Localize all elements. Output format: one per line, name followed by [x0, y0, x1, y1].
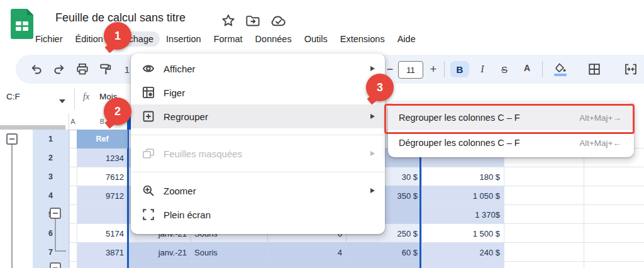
- view-menu-item-regrouper[interactable]: Regrouper: [131, 104, 385, 128]
- row-header-4[interactable]: 4: [33, 186, 69, 206]
- submenu-arrow-icon: [370, 151, 375, 156]
- font-size-increase-button[interactable]: +: [426, 61, 440, 77]
- submenu-item-shortcut: Alt+Maj+←: [579, 138, 621, 148]
- name-box-caret-icon[interactable]: [59, 99, 65, 103]
- move-to-folder-icon[interactable]: [245, 14, 259, 28]
- cell-B1[interactable]: Ref: [77, 130, 128, 148]
- menu-divider: [131, 135, 385, 135]
- menubar-item-aide[interactable]: Aide: [391, 31, 422, 47]
- italic-button[interactable]: I: [474, 61, 491, 77]
- fill-color-icon[interactable]: [551, 61, 570, 77]
- cloud-saved-icon[interactable]: [270, 14, 284, 28]
- menu-item-label: Plein écran: [164, 209, 211, 220]
- menubar-item-insertion[interactable]: Insertion: [160, 31, 208, 47]
- row-group-collapse-button[interactable]: [50, 208, 61, 219]
- hidden-sheets-icon: [142, 147, 155, 160]
- google-sheets-window: Feuille de calcul sans titre FichierÉdit…: [0, 0, 644, 268]
- cell-B6[interactable]: 5174: [77, 224, 128, 243]
- row-group-line: [55, 250, 66, 252]
- view-menu-item-zoomer[interactable]: Zoomer: [131, 179, 385, 203]
- menubar-item-données[interactable]: Données: [249, 31, 298, 47]
- redo-icon[interactable]: [51, 61, 67, 77]
- menu-item-label: Regrouper: [164, 111, 208, 122]
- menu-item-label: Zoomer: [164, 186, 196, 196]
- name-box[interactable]: C:F: [6, 92, 20, 101]
- row-group-line: [11, 145, 13, 268]
- cell-B7[interactable]: 3871: [77, 243, 128, 262]
- annotation-badge-1: 1: [104, 22, 131, 50]
- view-menu-item-plein-cran[interactable]: Plein écran: [131, 203, 385, 226]
- row-group-collapse-button[interactable]: [6, 133, 18, 145]
- cell-B4[interactable]: 9712: [77, 186, 128, 205]
- cell-B2[interactable]: 1234: [77, 148, 128, 167]
- menu-divider: [131, 172, 385, 172]
- menubar-item-format[interactable]: Format: [208, 31, 249, 47]
- cell-G4[interactable]: 1 050 $: [421, 186, 504, 205]
- undo-icon[interactable]: [28, 61, 45, 77]
- submenu-arrow-icon: [370, 188, 375, 193]
- submenu-arrow-icon: [370, 114, 375, 119]
- row-header-2[interactable]: 2: [33, 148, 69, 168]
- callout-rectangle: [384, 104, 635, 134]
- row-header-7[interactable]: 7: [33, 243, 69, 262]
- gridline-v: [69, 113, 70, 268]
- submenu-item-dégrouper[interactable]: Dégrouper les colonnes C – FAlt+Maj+←: [388, 130, 634, 155]
- print-icon[interactable]: [74, 61, 91, 77]
- row-header-3[interactable]: 3: [33, 167, 69, 187]
- cell-G6[interactable]: 1 500 $: [421, 224, 504, 243]
- view-menu-item-afficher[interactable]: Afficher: [131, 57, 385, 81]
- menubar-item-fichier[interactable]: Fichier: [29, 31, 69, 47]
- cell-G7[interactable]: 240 $: [421, 243, 504, 262]
- star-icon[interactable]: [221, 14, 235, 28]
- fullscreen-icon: [142, 208, 155, 221]
- row-header-6[interactable]: 6: [33, 224, 69, 243]
- cell-G3[interactable]: 180 $: [421, 167, 504, 186]
- menu-item-label: Figer: [164, 87, 185, 98]
- row-group-line: [55, 219, 56, 252]
- text-color-button[interactable]: A: [518, 61, 536, 77]
- menu-item-label: Feuilles masquées: [164, 148, 242, 159]
- row-header-1[interactable]: 1: [33, 130, 69, 149]
- menubar-item-extensions[interactable]: Extensions: [334, 31, 391, 47]
- freeze-icon: [142, 86, 155, 99]
- submenu-arrow-icon: [370, 66, 375, 71]
- cell-G8[interactable]: 1 740 $: [421, 262, 504, 268]
- annotation-badge-2: 2: [104, 98, 131, 125]
- cell-B3[interactable]: 7612: [77, 167, 128, 186]
- eye-icon: [142, 62, 155, 75]
- submenu-item-label: Dégrouper les colonnes C – F: [399, 138, 520, 148]
- text-color-label: A: [524, 64, 530, 73]
- paint-format-icon[interactable]: [97, 61, 114, 77]
- cell-D7[interactable]: Souris: [191, 243, 267, 262]
- view-menu: AfficherFigerRegrouperFeuilles masquéesZ…: [131, 53, 385, 234]
- menu-item-label: Afficher: [164, 64, 196, 74]
- menubar: FichierÉditionAffichageInsertionFormatDo…: [29, 30, 422, 48]
- cell-D8[interactable]: Souris Total: [191, 262, 267, 268]
- borders-icon[interactable]: [585, 61, 604, 77]
- view-menu-item-feuilles-masqu-es: Feuilles masquées: [131, 142, 385, 165]
- corner-gray-bar: [0, 125, 65, 130]
- cell-C7[interactable]: janv.-21: [128, 243, 191, 262]
- zoom-in-icon: [142, 184, 155, 197]
- cell-G5[interactable]: 1 370$: [421, 205, 504, 224]
- menubar-item-outils[interactable]: Outils: [298, 31, 334, 47]
- bold-button[interactable]: B: [450, 61, 469, 77]
- group-icon: [142, 110, 155, 123]
- cell-E7[interactable]: 4: [267, 243, 346, 262]
- merge-cells-icon[interactable]: [620, 61, 641, 77]
- fx-icon: fx: [83, 92, 89, 102]
- font-size-input[interactable]: 11: [398, 61, 423, 79]
- view-menu-item-figer[interactable]: Figer: [131, 81, 385, 104]
- cell-F7[interactable]: 60 $: [346, 243, 421, 262]
- strikethrough-button[interactable]: S: [496, 61, 513, 77]
- annotation-badge-3: 3: [366, 74, 394, 101]
- row-group-collapse-button[interactable]: [50, 262, 61, 268]
